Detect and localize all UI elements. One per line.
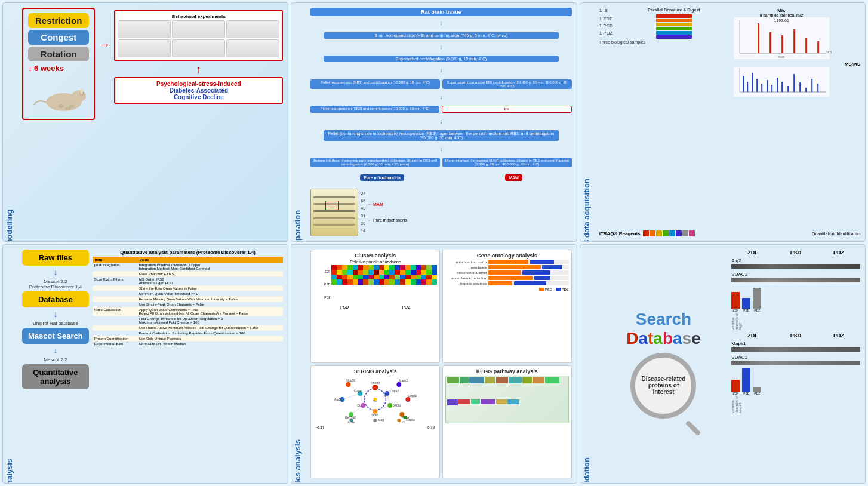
svg-line-76 (364, 405, 375, 411)
go-row-3: mitochondrial inner (445, 270, 569, 275)
msms-label: MS/MS (703, 61, 860, 67)
svg-text:Tmed9: Tmed9 (371, 381, 380, 385)
workflow-column: Raw files ↓ Mascot 2.2Proteome Discovere… (22, 250, 89, 478)
vdac1-band-2 (731, 361, 860, 365)
wb-blots-container: ZDF PSD PDZ Alg2 VDAC1 (731, 250, 860, 478)
mapk1-bar-group-pdz: PDZ (753, 387, 761, 395)
congest-button[interactable]: Congest (28, 30, 89, 45)
table-row: Replace Missing Quan Values With Minimum… (93, 297, 284, 302)
go-row-5: hepatic steatosis (445, 281, 569, 285)
param-name (93, 291, 137, 297)
param-value: Mass Analyzer: FTMS (137, 272, 284, 277)
bar-group-pdz: PDZ (753, 288, 761, 312)
identification-text: Identification (837, 232, 860, 236)
group-psd-2: PSD (790, 333, 802, 339)
svg-rect-31 (781, 82, 783, 92)
bar-group-psd: PSD (742, 298, 750, 312)
svg-rect-14 (793, 29, 795, 53)
ms-spectrum-svg: 1197.61 m/z MS (703, 17, 860, 59)
param-table-title: Quantitative analysis parameters (Proteo… (93, 250, 284, 255)
svg-text:m/z: m/z (778, 55, 784, 59)
wb-layout: Search Database Disease-related proteins… (599, 250, 860, 478)
main-grid: Animal modelling Restriction Congest Rot… (0, 0, 868, 486)
svg-rect-36 (811, 79, 812, 92)
vdac1-label-1: VDAC1 (731, 272, 860, 277)
panel-label-animal: Animal modelling (3, 122, 16, 242)
param-name (93, 325, 137, 331)
data-analysis-layout: Raw files ↓ Mascot 2.2Proteome Discovere… (22, 250, 283, 478)
panel-animal-modelling: Animal modelling Restriction Congest Rot… (2, 2, 288, 242)
rotation-button[interactable]: Rotation (28, 47, 89, 61)
mascot-proteome-label: Mascot 2.2Proteome Discoverer 1.4 (22, 279, 89, 290)
db-a: a (638, 329, 648, 347)
table-row: Fold Change Threshold for Up-/Down-Regul… (93, 316, 284, 325)
itraq-content: 1 IS 1 ZDF 1 PSD 1 PDZ Three biological … (599, 8, 860, 236)
svg-text:Apoe: Apoe (348, 420, 355, 423)
flow-arrow-6: ↓ (310, 146, 571, 152)
svg-text:Ndu56: Ndu56 (347, 379, 356, 382)
param-table: Item Value peak integration Integration … (93, 257, 284, 347)
panel-label-mam: MAM preparation (291, 122, 304, 242)
samples-count: 8 samples identical m/z (703, 13, 860, 17)
param-value: MS Order: MS2Activation Type: HCD (137, 277, 284, 286)
table-row: Minimum Quan Value Threshold >= 0 (93, 291, 284, 297)
group-zdf-1: ZDF (747, 250, 758, 256)
database-button[interactable]: Database (22, 291, 89, 307)
search-heading: Search (636, 310, 691, 329)
bar-label-pdz: PDZ (754, 309, 760, 312)
table-row: Use Single-Peak Quan Channels = False (93, 302, 284, 307)
svg-text:Mapk1: Mapk1 (399, 379, 408, 382)
svg-rect-37 (817, 84, 818, 92)
table-row: peak integration Integration Window Tole… (93, 263, 284, 272)
panel-label-data: Data analysis (3, 364, 16, 484)
vdac1-band-1 (731, 278, 860, 282)
param-value: Apply Quan Value Corrections = TrueRejec… (137, 307, 284, 316)
db-a3: a (673, 329, 682, 347)
quantitative-analysis-button[interactable]: Quantitativeanalysis (22, 364, 89, 389)
mapk1-bar-group-zdf: ZDF (731, 380, 740, 395)
digest-label: Parallel Denature & Digest (648, 8, 700, 12)
raw-files-button[interactable]: Raw files (22, 250, 89, 266)
vdac1-blot-2: VDAC1 (731, 355, 860, 366)
bar-pdz (753, 288, 761, 309)
table-row: Use Ratios Above Minimum Allowed Fold Ch… (93, 325, 284, 331)
kegg-title: KEGG pathway analysis (445, 368, 569, 374)
diabetes-text: Diabetes-Associated (118, 87, 279, 94)
msms-spectrum-svg (703, 67, 860, 97)
svg-text:Copa2: Copa2 (390, 389, 399, 393)
bar-zdf (731, 292, 740, 309)
db-a2: a (653, 329, 663, 347)
svg-text:Gng12: Gng12 (408, 394, 417, 398)
svg-text:Dbn1: Dbn1 (372, 413, 379, 417)
disease-text: Disease-related proteins of interest (641, 376, 685, 395)
restriction-button[interactable]: Restriction (28, 13, 89, 28)
rat-image (28, 75, 88, 114)
param-value: Fold Change Threshold for Up-/Down-Regul… (137, 316, 284, 325)
flow-results: Pure mitochondria MAM (310, 174, 571, 181)
svg-rect-16 (817, 41, 819, 53)
svg-rect-23 (743, 76, 744, 92)
svg-line-78 (361, 387, 375, 393)
magnifier-handle (685, 420, 701, 436)
go-label-5: hepatic steatosis (445, 282, 487, 285)
param-value: Use Only Unique Peptides (137, 336, 284, 342)
flow-split-2: Pellet resuspension (RB2) and centrifuga… (310, 106, 571, 113)
group-pdz-1: PDZ (833, 250, 844, 256)
bio-content: Cluster analysis Relative protein abunda… (310, 250, 571, 478)
heatmap-visual: ZDFPSDPDZ (313, 265, 437, 304)
mapk1-bars: ZDF PSD PDZ (731, 368, 860, 395)
svg-rect-29 (771, 85, 772, 92)
mascot-search-button[interactable]: Mascot Search (22, 328, 89, 344)
param-table-container: Quantitative analysis parameters (Proteo… (93, 250, 284, 478)
svg-line-73 (375, 387, 387, 393)
param-value: Percent Co-Isolation Excluding Peptides … (137, 331, 284, 336)
cluster-title: Cluster analysis (313, 253, 437, 259)
digest-visual: Parallel Denature & Digest (648, 8, 700, 228)
mapk1-bar-psd (742, 368, 750, 392)
table-row: Scan Event Filters MS Order: MS2Activati… (93, 277, 284, 286)
pure-mito-text: Pure mitochondria (373, 218, 407, 222)
behavioral-experiments-box: Behavioral experiments (114, 10, 283, 61)
flow-half-2: Supernatant (containing ER) centrifugati… (442, 79, 572, 89)
svg-point-63 (406, 397, 411, 402)
go-label-3: mitochondrial inner (445, 271, 487, 275)
